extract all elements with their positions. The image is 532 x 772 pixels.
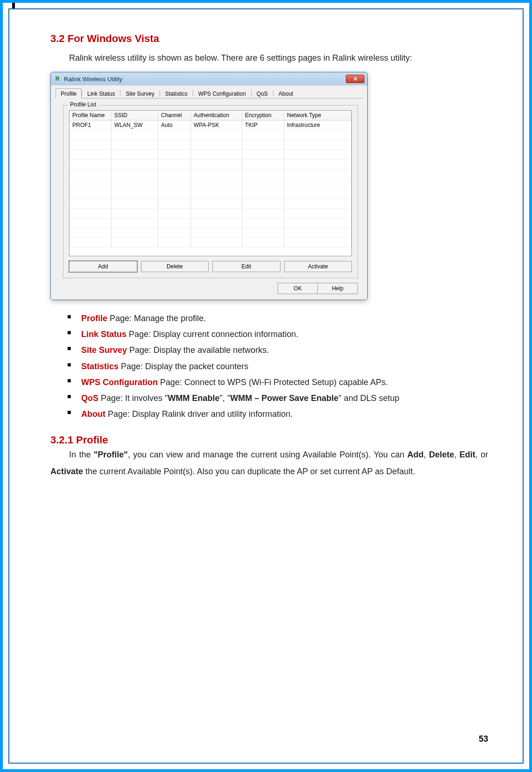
table-row[interactable]: PROF1 WLAN_SW Auto WPA-PSK TKIP Infrastr… (70, 120, 351, 130)
bold-text: WMM Enable (168, 393, 219, 403)
col-encryption[interactable]: Encryption (242, 111, 284, 120)
page-descriptions-list: Profile Page: Manage the profile. Link S… (67, 310, 488, 422)
profile-buttons: Add Delete Edit Activate (69, 261, 352, 272)
bullet-text: Page: Display current connection informa… (126, 330, 298, 339)
client-area: Profile Link Status Site Survey Statisti… (51, 85, 367, 300)
bullet-text: Page: It involves " (98, 393, 168, 403)
ralink-utility-window: R Ralink Wireless Utility ✕ Profile Link… (50, 72, 368, 300)
tab-qos[interactable]: QoS (252, 88, 273, 98)
tab-link-status[interactable]: Link Status (82, 88, 120, 98)
col-channel[interactable]: Channel (158, 111, 191, 120)
edit-button[interactable]: Edit (212, 261, 280, 272)
bullet-text: Page: Manage the profile. (107, 314, 206, 323)
bullet-text: Page: Display the packet counters (119, 362, 248, 371)
tab-about[interactable]: About (273, 88, 298, 98)
tabstrip: Profile Link Status Site Survey Statisti… (56, 88, 363, 98)
accent-label: Profile (81, 314, 107, 323)
accent-label: WPS Configuration (81, 378, 158, 387)
bullet-text: Page: Display the available networks. (127, 345, 269, 355)
tab-site-survey[interactable]: Site Survey (120, 88, 159, 98)
accent-label: Site Survey (81, 345, 127, 355)
ok-button[interactable]: OK (278, 283, 318, 294)
dialog-buttons: OK Help (56, 283, 358, 294)
page-frame: 3.2 For Windows Vista Ralink wireless ut… (0, 0, 532, 772)
delete-button[interactable]: Delete (141, 261, 209, 272)
listview-header: Profile Name SSID Channel Authentication… (70, 111, 351, 120)
subsection-heading: 3.2.1 Profile (50, 434, 488, 446)
bullet-text: Page: Display Ralink driver and utility … (105, 409, 293, 419)
list-item: QoS Page: It involves "WMM Enable", "WMM… (67, 390, 488, 406)
section-heading: 3.2 For Windows Vista (50, 33, 488, 45)
close-icon[interactable]: ✕ (346, 75, 364, 83)
activate-button[interactable]: Activate (284, 261, 352, 272)
cell-enc: TKIP (242, 120, 284, 130)
col-authentication[interactable]: Authentication (191, 111, 242, 120)
listview-body: PROF1 WLAN_SW Auto WPA-PSK TKIP Infrastr… (70, 120, 351, 256)
tab-wps-configuration[interactable]: WPS Configuration (193, 88, 251, 98)
list-item: Profile Page: Manage the profile. (67, 310, 488, 326)
col-ssid[interactable]: SSID (112, 111, 158, 120)
page-number: 53 (479, 734, 488, 744)
col-profile-name[interactable]: Profile Name (70, 111, 112, 120)
cell-ssid: WLAN_SW (112, 120, 158, 130)
help-button[interactable]: Help (318, 283, 358, 294)
window-title: Ralink Wireless Utility (64, 76, 122, 83)
list-item: About Page: Display Ralink driver and ut… (67, 406, 488, 422)
accent-label: QoS (81, 393, 98, 403)
bullet-text: " and DLS setup (338, 393, 399, 403)
cell-channel: Auto (158, 120, 191, 130)
cell-profile: PROF1 (70, 120, 112, 130)
list-item: Site Survey Page: Display the available … (67, 342, 488, 358)
profile-list-groupbox: Profile List Profile Name SSID Channel A… (63, 105, 358, 278)
accent-label: About (81, 409, 105, 419)
list-item: Link Status Page: Display current connec… (67, 326, 488, 342)
profile-paragraph: In the "Profile", you can view and manag… (50, 446, 488, 480)
cell-auth: WPA-PSK (191, 120, 242, 130)
cell-ntype: Infrastructure (284, 120, 351, 130)
bullet-text: Page: Connect to WPS (Wi-Fi Protected Se… (158, 378, 388, 387)
titlebar[interactable]: R Ralink Wireless Utility ✕ (51, 72, 367, 85)
tab-profile[interactable]: Profile (56, 88, 82, 98)
accent-label: Statistics (81, 362, 119, 371)
inner-frame: 3.2 For Windows Vista Ralink wireless ut… (8, 8, 524, 764)
list-item: Statistics Page: Display the packet coun… (67, 358, 488, 374)
groupbox-legend: Profile List (68, 101, 98, 108)
profile-listview[interactable]: Profile Name SSID Channel Authentication… (69, 110, 352, 256)
bullet-text: ", " (219, 393, 230, 403)
app-icon: R (54, 75, 61, 83)
add-button[interactable]: Add (69, 261, 137, 272)
intro-paragraph: Ralink wireless utility is shown as belo… (50, 49, 488, 66)
bold-text: WMM – Power Save Enable (230, 393, 338, 403)
list-item: WPS Configuration Page: Connect to WPS (… (67, 374, 488, 390)
page-content: 3.2 For Windows Vista Ralink wireless ut… (50, 33, 488, 744)
col-network-type[interactable]: Network Type (284, 111, 351, 120)
accent-label: Link Status (81, 330, 126, 339)
tab-statistics[interactable]: Statistics (160, 88, 193, 98)
